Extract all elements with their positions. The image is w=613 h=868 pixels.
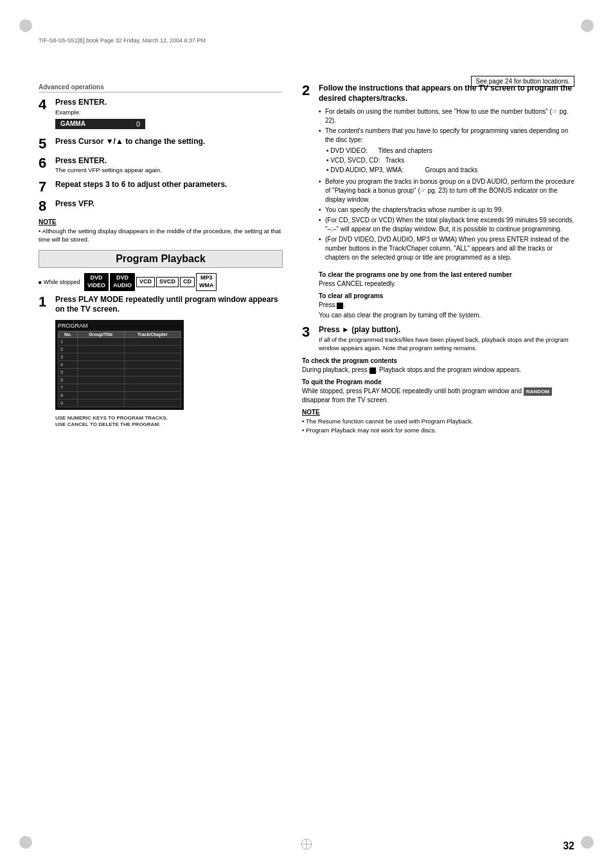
step-7-title: Repeat steps 3 to 6 to adjust other para…	[55, 180, 283, 190]
gamma-example: GAMMA 0	[55, 119, 283, 129]
step-6-content: Press ENTER. The current VFP settings ap…	[55, 156, 283, 175]
bullet-item: You can specify the chapters/tracks whos…	[319, 206, 574, 215]
page-container: TIF-S8-S5-S51[B].book Page 32 Friday, Ma…	[0, 0, 613, 868]
step-4-number: 4	[39, 98, 53, 112]
note-title-1: NOTE	[39, 218, 283, 226]
clear-all-heading: To clear all programs	[319, 292, 574, 299]
stop-button-check-icon	[369, 368, 376, 374]
badge-vcd: VCD	[136, 277, 155, 287]
note-text-2: • The Resume function cannot be used wit…	[302, 417, 574, 434]
quit-program-text: While stopped, press PLAY MODE repeatedl…	[302, 387, 574, 405]
step-6-title: Press ENTER.	[55, 156, 283, 166]
clear-all-text: Press .	[319, 301, 574, 310]
program-step-1-number: 1	[39, 295, 53, 309]
table-row: 7	[58, 384, 181, 391]
program-step-3-body: If all of the programmed tracks/files ha…	[319, 335, 574, 353]
table-row: 9	[58, 399, 181, 407]
table-row: 1	[58, 337, 181, 345]
corner-mark-bl	[19, 836, 32, 849]
center-bottom-mark	[300, 838, 313, 852]
page-number: 32	[563, 840, 574, 852]
stop-button-icon	[337, 303, 343, 309]
step-6-number: 6	[39, 156, 53, 170]
program-step-2-number: 2	[302, 84, 316, 98]
step-6: 6 Press ENTER. The current VFP settings …	[39, 156, 283, 175]
check-contents-text: During playback, press . Playback stops …	[302, 366, 574, 375]
gamma-value: 0	[136, 120, 140, 128]
note-text-1: • Although the setting display disappear…	[39, 227, 283, 244]
bullet-item: (For CD, SVCD or VCD) When the total pla…	[319, 216, 574, 234]
quit-program: To quit the Program mode While stopped, …	[302, 378, 574, 405]
step-4: 4 Press ENTER. Example: GAMMA 0	[39, 98, 283, 132]
random-badge: RANDOM	[524, 387, 552, 396]
program-step-3: 3 Press ► (play button). If all of the p…	[302, 325, 574, 352]
badge-mp3wma: MP3WMA	[196, 273, 217, 290]
left-column: Advanced operations 4 Press ENTER. Examp…	[39, 84, 283, 438]
gamma-display: GAMMA 0	[55, 119, 145, 129]
disc-type-dvd-audio: • DVD AUDIO, MP3, WMA: Groups and tracks	[326, 165, 574, 175]
step-4-example-label: Example:	[55, 108, 283, 116]
program-step-1-title: Press PLAY MODE repeatedly until program…	[55, 295, 283, 315]
bullet-item: (For DVD VIDEO, DVD AUDIO, MP3 or WMA) W…	[319, 235, 574, 262]
note-bullet-2: • Program Playback may not work for some…	[302, 426, 574, 434]
step-8-number: 8	[39, 199, 53, 213]
step-8-title: Press VFP.	[55, 199, 283, 209]
two-columns: Advanced operations 4 Press ENTER. Examp…	[39, 84, 574, 438]
step-5-number: 5	[39, 137, 53, 151]
table-row: 6	[58, 376, 181, 384]
step2-bullets: For details on using the number buttons,…	[319, 107, 574, 145]
program-step-3-title: Press ► (play button).	[319, 325, 574, 335]
bullet-item: For details on using the number buttons,…	[319, 107, 574, 125]
note-title-2: NOTE	[302, 409, 574, 416]
note-box-1: NOTE • Although the setting display disa…	[39, 218, 283, 244]
clear-all-note: You can also clear the program by turnin…	[319, 311, 574, 320]
badge-svcd: SVCD	[156, 277, 179, 287]
table-row: 5	[58, 368, 181, 376]
clear-programs-heading: To clear the programs one by one from th…	[319, 271, 574, 278]
disc-type-vcd: • VCD, SVCD, CD: Tracks	[326, 155, 574, 165]
program-step-2-title: Follow the instructions that appears on …	[319, 84, 574, 103]
badge-cd: CD	[180, 277, 195, 287]
col-track: Track/Chapter	[124, 331, 181, 337]
col-no: No.	[58, 331, 78, 337]
format-badges: While stopped DVDVIDEO DVDAUDIO VCD SVCD…	[39, 273, 283, 290]
clear-programs-text: Press CANCEL repeatedly.	[319, 279, 574, 288]
program-playback-title: Program Playback	[44, 253, 277, 265]
table-row: 3	[58, 353, 181, 360]
step-4-title: Press ENTER.	[55, 98, 283, 108]
program-playback-section: Program Playback	[39, 250, 283, 268]
main-content: Advanced operations 4 Press ENTER. Examp…	[39, 84, 574, 829]
col-group: Group/Title	[78, 331, 125, 337]
step-7-content: Repeat steps 3 to 6 to adjust other para…	[55, 180, 283, 190]
step-5: 5 Press Cursor ▼/▲ to change the setting…	[39, 137, 283, 151]
table-row: 4	[58, 360, 181, 368]
while-stopped-label: While stopped	[39, 279, 80, 285]
table-row: 2	[58, 345, 181, 353]
file-info: TIF-S8-S5-S51[B].book Page 32 Friday, Ma…	[39, 37, 206, 44]
note-box-2: NOTE • The Resume function cannot be use…	[302, 409, 574, 434]
step-8-content: Press VFP.	[55, 199, 283, 209]
right-column: 2 Follow the instructions that appears o…	[302, 84, 574, 438]
check-contents-heading: To check the program contents	[302, 357, 574, 364]
program-step-2-content: Follow the instructions that appears on …	[319, 84, 574, 320]
program-window-title: PROGRAM	[58, 323, 181, 329]
program-window: PROGRAM No. Group/Title Track/Chapter	[55, 320, 184, 410]
step2-bullets-2: Before you program the tracks in bonus g…	[319, 177, 574, 262]
program-step-1: 1 Press PLAY MODE repeatedly until progr…	[39, 295, 283, 429]
program-step-1-content: Press PLAY MODE repeatedly until program…	[55, 295, 283, 429]
program-caption: USE NUMERIC KEYS TO PROGRAM TRACKS.USE C…	[55, 415, 283, 429]
bullet-item: The content's numbers that you have to s…	[319, 127, 574, 145]
disc-types: • DVD VIDEO: Titles and chapters • VCD, …	[326, 146, 574, 175]
corner-mark-tr	[581, 19, 594, 32]
bullet-item: Before you program the tracks in bonus g…	[319, 177, 574, 204]
note-bullet-1: • The Resume function cannot be used wit…	[302, 417, 574, 425]
corner-mark-br	[581, 836, 594, 849]
section-heading: Advanced operations	[39, 84, 283, 93]
step-7: 7 Repeat steps 3 to 6 to adjust other pa…	[39, 180, 283, 194]
table-row: 8	[58, 391, 181, 399]
step-4-content: Press ENTER. Example: GAMMA 0	[55, 98, 283, 132]
program-step-2: 2 Follow the instructions that appears o…	[302, 84, 574, 320]
quit-program-heading: To quit the Program mode	[302, 378, 574, 385]
gamma-label: GAMMA	[60, 120, 85, 127]
check-contents: To check the program contents During pla…	[302, 357, 574, 375]
